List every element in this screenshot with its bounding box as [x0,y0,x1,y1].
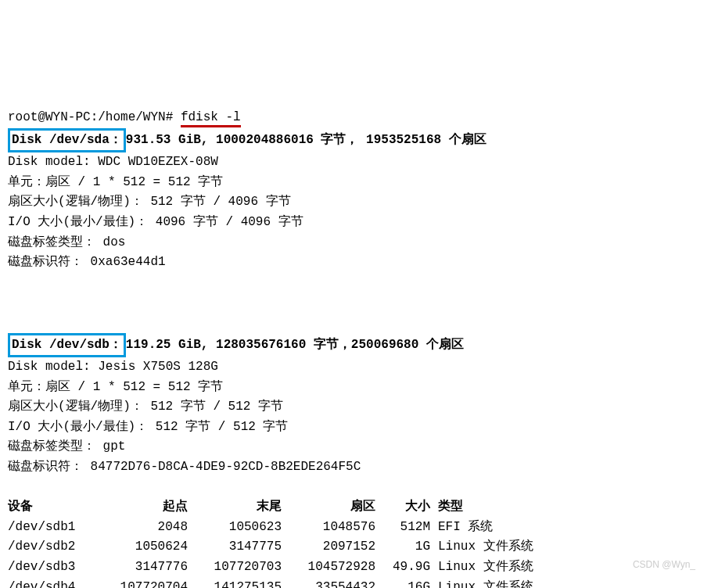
cell-sectors: 2097152 [282,537,375,558]
cell-start: 1050624 [94,537,188,558]
user-host: root@WYN-PC [8,110,91,124]
table-row: /dev/sdb1204810506231048576512MEFI 系统 [8,518,703,538]
cell-end: 107720703 [188,558,282,578]
terminal-output: root@WYN-PC:/home/WYN# fdisk -l Disk /de… [8,88,703,588]
partition-table-body: /dev/sdb1204810506231048576512MEFI 系统/de… [8,518,703,588]
disk-sdb-unit: 单元：扇区 / 1 * 512 = 512 字节 [8,380,223,394]
disk-sdb-label-type: 磁盘标签类型： gpt [8,439,125,454]
disk-sdb-sector-size: 扇区大小(逻辑/物理)： 512 字节 / 512 字节 [8,400,283,414]
cell-sectors: 1048576 [282,518,375,538]
table-row: /dev/sdb3314777610772070310457292849.9GL… [8,558,703,578]
prompt-char: # [166,110,174,124]
disk-sda-identifier: 磁盘标识符： 0xa63e44d1 [8,255,166,269]
cell-type: Linux 文件系统 [430,558,533,578]
watermark: CSDN @Wyn_ [633,558,695,572]
header-end: 末尾 [188,497,282,518]
cell-device: /dev/sdb3 [8,558,94,578]
cell-type: Linux 文件系统 [430,537,533,558]
cell-start: 107720704 [94,578,188,588]
command: fdisk -l [181,110,241,127]
header-start: 起点 [94,497,188,518]
cell-sectors: 33554432 [282,578,375,588]
cell-device: /dev/sdb2 [8,537,94,558]
disk-sdb-header: Disk /dev/sdb：119.25 GiB, 128035676160 字… [8,338,464,352]
header-device: 设备 [8,497,94,518]
cell-device: /dev/sdb4 [8,578,94,588]
disk-sda-model: Disk model: WDC WD10EZEX-08W [8,155,218,169]
disk-sdb-size: 119.25 GiB, 128035676160 字节，250069680 个扇… [126,338,464,352]
disk-sda-label: Disk /dev/sda： [8,128,126,153]
cell-size: 16G [375,578,430,588]
table-row: /dev/sdb21050624314777520971521GLinux 文件… [8,537,703,558]
disk-sdb-io-size: I/O 大小(最小/最佳)： 512 字节 / 512 字节 [8,420,288,434]
partition-table-header: 设备起点末尾扇区大小类型 [8,497,703,518]
cell-type: Linux 文件系统 [430,578,533,588]
cell-size: 49.9G [375,558,430,578]
cell-size: 512M [375,518,430,538]
disk-sda-label-type: 磁盘标签类型： dos [8,235,125,249]
cell-device: /dev/sdb1 [8,518,94,538]
header-type: 类型 [430,497,463,518]
cell-sectors: 104572928 [282,558,375,578]
table-row: /dev/sdb41077207041412751353355443216GLi… [8,578,703,588]
header-size: 大小 [375,497,430,518]
cell-start: 2048 [94,518,188,538]
cell-size: 1G [375,537,430,558]
cell-end: 3147775 [188,537,282,558]
cell-end: 1050623 [188,518,282,538]
cell-start: 3147776 [94,558,188,578]
cell-type: EFI 系统 [430,518,493,538]
header-sectors: 扇区 [282,497,375,518]
disk-sda-size: 931.53 GiB, 1000204886016 字节， 1953525168… [126,133,487,147]
prompt-line: root@WYN-PC:/home/WYN# fdisk -l [8,110,241,127]
disk-sda-sector-size: 扇区大小(逻辑/物理)： 512 字节 / 4096 字节 [8,195,291,209]
disk-sdb-identifier: 磁盘标识符： 84772D76-D8CA-4DE9-92CD-8B2EDE264… [8,460,361,474]
disk-sdb-model: Disk model: Jesis X750S 128G [8,360,218,374]
disk-sdb-label: Disk /dev/sdb： [8,333,126,358]
disk-sda-unit: 单元：扇区 / 1 * 512 = 512 字节 [8,175,223,189]
path: /home/WYN [98,110,165,124]
disk-sda-io-size: I/O 大小(最小/最佳)： 4096 字节 / 4096 字节 [8,215,303,229]
cell-end: 141275135 [188,578,282,588]
disk-sda-header: Disk /dev/sda：931.53 GiB, 1000204886016 … [8,133,487,147]
